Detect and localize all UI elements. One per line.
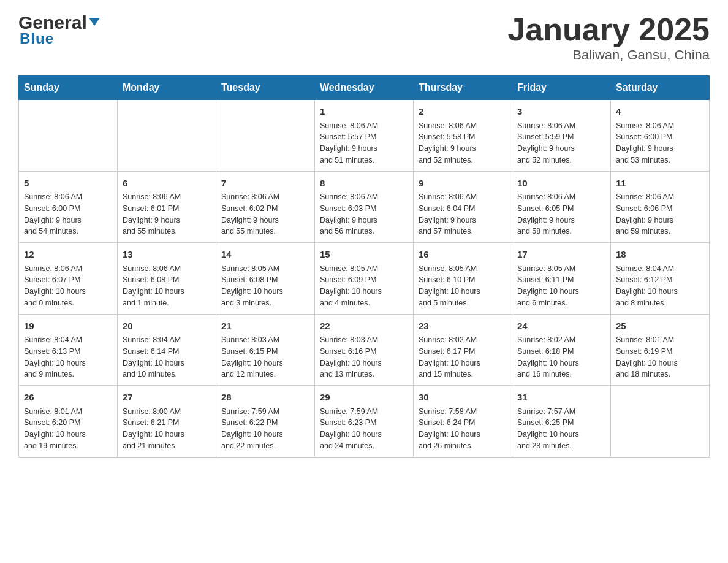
day-number: 25 (616, 320, 704, 334)
calendar-cell: 30Sunrise: 7:58 AM Sunset: 6:24 PM Dayli… (414, 386, 512, 458)
calendar-cell: 28Sunrise: 7:59 AM Sunset: 6:22 PM Dayli… (216, 386, 315, 458)
day-number: 30 (419, 391, 507, 405)
calendar-cell: 22Sunrise: 8:03 AM Sunset: 6:16 PM Dayli… (315, 314, 414, 386)
day-info: Sunrise: 8:03 AM Sunset: 6:16 PM Dayligh… (320, 334, 408, 380)
day-info: Sunrise: 8:02 AM Sunset: 6:17 PM Dayligh… (419, 334, 507, 380)
day-number: 31 (517, 391, 605, 405)
calendar-week-row: 5Sunrise: 8:06 AM Sunset: 6:00 PM Daylig… (19, 171, 710, 243)
day-number: 5 (24, 177, 112, 191)
day-info: Sunrise: 8:04 AM Sunset: 6:12 PM Dayligh… (616, 263, 704, 309)
day-info: Sunrise: 8:06 AM Sunset: 6:00 PM Dayligh… (24, 191, 112, 237)
day-info: Sunrise: 8:06 AM Sunset: 5:57 PM Dayligh… (320, 120, 408, 166)
calendar-cell: 3Sunrise: 8:06 AM Sunset: 5:59 PM Daylig… (512, 100, 611, 172)
calendar-cell: 20Sunrise: 8:04 AM Sunset: 6:14 PM Dayli… (118, 314, 216, 386)
day-number: 26 (24, 391, 112, 405)
page-subtitle: Baliwan, Gansu, China (507, 47, 710, 63)
day-number: 12 (24, 248, 112, 262)
day-number: 16 (419, 248, 507, 262)
calendar-week-row: 12Sunrise: 8:06 AM Sunset: 6:07 PM Dayli… (19, 243, 710, 315)
day-number: 8 (320, 177, 408, 191)
weekday-header-sunday: Sunday (19, 76, 118, 100)
day-info: Sunrise: 8:04 AM Sunset: 6:14 PM Dayligh… (123, 334, 211, 380)
logo: General Blue (18, 12, 100, 47)
day-info: Sunrise: 8:05 AM Sunset: 6:08 PM Dayligh… (221, 263, 309, 309)
calendar-cell: 8Sunrise: 8:06 AM Sunset: 6:03 PM Daylig… (315, 171, 414, 243)
day-info: Sunrise: 8:06 AM Sunset: 6:06 PM Dayligh… (616, 191, 704, 237)
calendar-body: 1Sunrise: 8:06 AM Sunset: 5:57 PM Daylig… (19, 100, 710, 458)
calendar-table: SundayMondayTuesdayWednesdayThursdayFrid… (18, 75, 710, 458)
day-number: 28 (221, 391, 309, 405)
calendar-cell: 23Sunrise: 8:02 AM Sunset: 6:17 PM Dayli… (414, 314, 512, 386)
day-info: Sunrise: 8:02 AM Sunset: 6:18 PM Dayligh… (517, 334, 605, 380)
weekday-header-row: SundayMondayTuesdayWednesdayThursdayFrid… (19, 76, 710, 100)
calendar-cell: 13Sunrise: 8:06 AM Sunset: 6:08 PM Dayli… (118, 243, 216, 315)
weekday-header-tuesday: Tuesday (216, 76, 315, 100)
day-number: 17 (517, 248, 605, 262)
day-number: 10 (517, 177, 605, 191)
day-info: Sunrise: 8:06 AM Sunset: 6:02 PM Dayligh… (221, 191, 309, 237)
day-number: 9 (419, 177, 507, 191)
calendar-week-row: 1Sunrise: 8:06 AM Sunset: 5:57 PM Daylig… (19, 100, 710, 172)
day-number: 13 (123, 248, 211, 262)
day-number: 29 (320, 391, 408, 405)
day-info: Sunrise: 8:06 AM Sunset: 6:03 PM Dayligh… (320, 191, 408, 237)
calendar-cell: 14Sunrise: 8:05 AM Sunset: 6:08 PM Dayli… (216, 243, 315, 315)
page-title: January 2025 (507, 12, 710, 47)
calendar-cell: 7Sunrise: 8:06 AM Sunset: 6:02 PM Daylig… (216, 171, 315, 243)
day-number: 20 (123, 320, 211, 334)
calendar-cell: 4Sunrise: 8:06 AM Sunset: 6:00 PM Daylig… (611, 100, 710, 172)
day-number: 11 (616, 177, 704, 191)
day-info: Sunrise: 8:06 AM Sunset: 6:07 PM Dayligh… (24, 263, 112, 309)
calendar-cell: 17Sunrise: 8:05 AM Sunset: 6:11 PM Dayli… (512, 243, 611, 315)
day-info: Sunrise: 7:59 AM Sunset: 6:23 PM Dayligh… (320, 406, 408, 452)
day-info: Sunrise: 8:04 AM Sunset: 6:13 PM Dayligh… (24, 334, 112, 380)
day-number: 15 (320, 248, 408, 262)
day-number: 7 (221, 177, 309, 191)
day-info: Sunrise: 8:00 AM Sunset: 6:21 PM Dayligh… (123, 406, 211, 452)
calendar-cell: 12Sunrise: 8:06 AM Sunset: 6:07 PM Dayli… (19, 243, 118, 315)
day-number: 24 (517, 320, 605, 334)
calendar-cell: 2Sunrise: 8:06 AM Sunset: 5:58 PM Daylig… (414, 100, 512, 172)
calendar-cell: 19Sunrise: 8:04 AM Sunset: 6:13 PM Dayli… (19, 314, 118, 386)
day-number: 23 (419, 320, 507, 334)
weekday-header-monday: Monday (118, 76, 216, 100)
day-number: 3 (517, 105, 605, 119)
calendar-cell: 1Sunrise: 8:06 AM Sunset: 5:57 PM Daylig… (315, 100, 414, 172)
page-header: General Blue January 2025 Baliwan, Gansu… (18, 12, 710, 63)
calendar-cell: 26Sunrise: 8:01 AM Sunset: 6:20 PM Dayli… (19, 386, 118, 458)
day-number: 22 (320, 320, 408, 334)
day-info: Sunrise: 8:01 AM Sunset: 6:19 PM Dayligh… (616, 334, 704, 380)
weekday-header-wednesday: Wednesday (315, 76, 414, 100)
day-number: 14 (221, 248, 309, 262)
calendar-cell (216, 100, 315, 172)
calendar-cell: 15Sunrise: 8:05 AM Sunset: 6:09 PM Dayli… (315, 243, 414, 315)
calendar-week-row: 19Sunrise: 8:04 AM Sunset: 6:13 PM Dayli… (19, 314, 710, 386)
day-info: Sunrise: 8:06 AM Sunset: 5:59 PM Dayligh… (517, 120, 605, 166)
calendar-cell: 24Sunrise: 8:02 AM Sunset: 6:18 PM Dayli… (512, 314, 611, 386)
day-info: Sunrise: 7:58 AM Sunset: 6:24 PM Dayligh… (419, 406, 507, 452)
day-number: 1 (320, 105, 408, 119)
day-number: 4 (616, 105, 704, 119)
day-number: 6 (123, 177, 211, 191)
day-info: Sunrise: 8:06 AM Sunset: 6:05 PM Dayligh… (517, 191, 605, 237)
calendar-cell (118, 100, 216, 172)
day-info: Sunrise: 8:06 AM Sunset: 6:08 PM Dayligh… (123, 263, 211, 309)
day-info: Sunrise: 8:05 AM Sunset: 6:09 PM Dayligh… (320, 263, 408, 309)
weekday-header-saturday: Saturday (611, 76, 710, 100)
day-number: 19 (24, 320, 112, 334)
day-info: Sunrise: 7:57 AM Sunset: 6:25 PM Dayligh… (517, 406, 605, 452)
calendar-cell: 11Sunrise: 8:06 AM Sunset: 6:06 PM Dayli… (611, 171, 710, 243)
calendar-cell: 16Sunrise: 8:05 AM Sunset: 6:10 PM Dayli… (414, 243, 512, 315)
calendar-cell: 9Sunrise: 8:06 AM Sunset: 6:04 PM Daylig… (414, 171, 512, 243)
calendar-cell: 10Sunrise: 8:06 AM Sunset: 6:05 PM Dayli… (512, 171, 611, 243)
day-info: Sunrise: 8:06 AM Sunset: 5:58 PM Dayligh… (419, 120, 507, 166)
day-info: Sunrise: 8:06 AM Sunset: 6:00 PM Dayligh… (616, 120, 704, 166)
day-info: Sunrise: 8:06 AM Sunset: 6:01 PM Dayligh… (123, 191, 211, 237)
weekday-header-thursday: Thursday (414, 76, 512, 100)
day-number: 21 (221, 320, 309, 334)
title-block: January 2025 Baliwan, Gansu, China (507, 12, 710, 63)
calendar-cell: 5Sunrise: 8:06 AM Sunset: 6:00 PM Daylig… (19, 171, 118, 243)
day-info: Sunrise: 8:01 AM Sunset: 6:20 PM Dayligh… (24, 406, 112, 452)
calendar-cell: 6Sunrise: 8:06 AM Sunset: 6:01 PM Daylig… (118, 171, 216, 243)
day-info: Sunrise: 8:06 AM Sunset: 6:04 PM Dayligh… (419, 191, 507, 237)
